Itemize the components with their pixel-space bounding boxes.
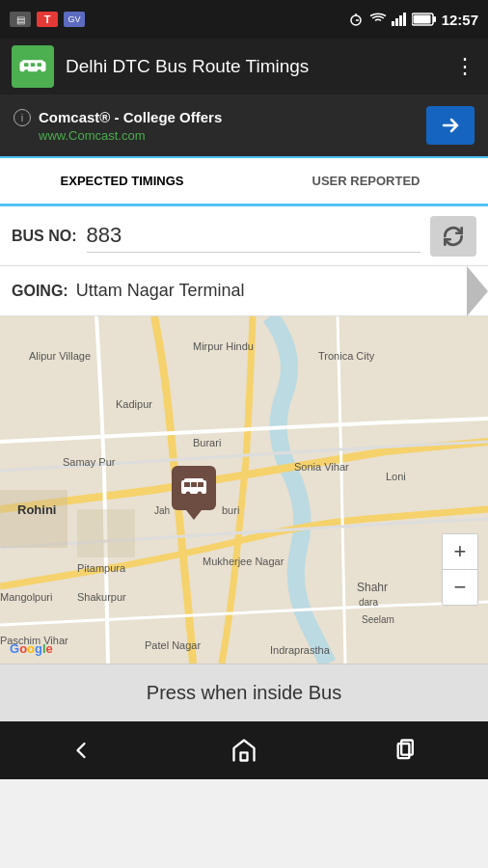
svg-text:Alipur Village: Alipur Village (29, 350, 91, 362)
svg-rect-50 (397, 744, 409, 758)
ad-url: www.Comcast.com (39, 128, 222, 143)
zoom-out-button[interactable]: − (443, 570, 477, 605)
svg-text:Tronica City: Tronica City (318, 350, 375, 362)
svg-text:Pitampura: Pitampura (77, 562, 126, 574)
signal-icon (392, 13, 407, 26)
svg-rect-47 (191, 482, 197, 487)
tabs: EXPECTED TIMINGS USER REPORTED (0, 158, 488, 206)
map-area[interactable]: Alipur Village Mirpur Hindu Tronica City… (0, 316, 488, 664)
svg-rect-51 (401, 741, 413, 755)
map-svg: Alipur Village Mirpur Hindu Tronica City… (0, 316, 488, 664)
svg-rect-6 (403, 13, 406, 26)
app-title: Delhi DTC Bus Route Timings (66, 56, 443, 77)
zoom-in-button[interactable]: + (443, 534, 477, 569)
overflow-menu-icon[interactable]: ⋮ (454, 54, 476, 79)
svg-text:Mirpur Hindu: Mirpur Hindu (193, 340, 254, 352)
svg-text:Samay Pur: Samay Pur (63, 456, 116, 468)
tab-user-reported[interactable]: USER REPORTED (244, 158, 488, 206)
sim-icon: ▤ (10, 12, 31, 27)
svg-rect-8 (433, 16, 436, 22)
svg-rect-9 (413, 15, 430, 24)
gv-icon: GV (64, 12, 85, 27)
svg-rect-3 (392, 21, 394, 26)
status-bar-left: ▤ T GV (10, 12, 85, 27)
svg-text:Mukherjee Nagar: Mukherjee Nagar (203, 556, 285, 567)
bus-no-label: BUS NO: (12, 228, 77, 245)
going-label: GOING: (12, 283, 68, 300)
svg-text:Burari: Burari (193, 437, 221, 448)
svg-point-12 (24, 69, 29, 74)
svg-rect-4 (395, 18, 398, 26)
svg-rect-16 (38, 63, 42, 67)
recents-button[interactable] (378, 731, 436, 770)
alarm-icon (347, 13, 365, 26)
ad-text-block: Comcast® - College Offers www.Comcast.co… (39, 109, 222, 143)
svg-text:Patel Nagar: Patel Nagar (145, 639, 201, 651)
press-when-inside-bus-button[interactable]: Press when inside Bus (0, 664, 488, 721)
back-button[interactable] (52, 731, 110, 770)
ad-banner: i Comcast® - College Offers www.Comcast.… (0, 95, 488, 158)
status-bar-right: 12:57 (347, 12, 478, 28)
svg-text:Indraprastha: Indraprastha (270, 644, 331, 656)
time-display: 12:57 (442, 12, 478, 28)
svg-text:Shahr: Shahr (357, 581, 388, 594)
svg-text:Rohini: Rohini (17, 502, 56, 517)
map-zoom-controls: + − (442, 533, 478, 606)
svg-point-44 (186, 492, 191, 497)
svg-text:dara: dara (359, 597, 378, 608)
ad-title: Comcast® - College Offers (39, 109, 222, 125)
svg-rect-19 (77, 509, 135, 557)
going-arrow-icon (467, 266, 488, 316)
bus-location-marker (172, 466, 216, 510)
google-logo: Google (10, 641, 53, 656)
svg-text:Kadipur: Kadipur (116, 398, 152, 410)
wifi-icon (369, 13, 387, 26)
svg-point-45 (198, 492, 203, 497)
app-logo (12, 45, 54, 88)
svg-text:Loni: Loni (386, 471, 406, 482)
app-bar: Delhi DTC Bus Route Timings ⋮ (0, 39, 488, 95)
svg-rect-46 (184, 482, 190, 487)
svg-rect-49 (240, 752, 247, 760)
svg-text:Jah: Jah (154, 505, 170, 516)
battery-icon (412, 13, 437, 26)
svg-text:Seelam: Seelam (362, 614, 394, 625)
svg-text:Shakurpur: Shakurpur (77, 591, 126, 603)
svg-rect-11 (22, 60, 44, 63)
svg-rect-48 (198, 482, 203, 487)
nav-bar (0, 721, 488, 779)
svg-text:Sonia Vihar: Sonia Vihar (294, 461, 349, 473)
tab-expected-timings[interactable]: EXPECTED TIMINGS (0, 158, 244, 206)
t-icon: T (37, 12, 58, 27)
svg-rect-18 (0, 490, 68, 548)
status-bar: ▤ T GV 12:57 (0, 0, 488, 39)
svg-point-13 (38, 69, 42, 74)
bus-number-row: BUS NO: (0, 206, 488, 266)
svg-rect-15 (31, 63, 36, 67)
ad-info-icon: i (14, 109, 31, 126)
svg-text:buri: buri (222, 504, 239, 516)
ad-cta-button[interactable] (426, 106, 474, 145)
svg-text:Mangolpuri: Mangolpuri (0, 591, 52, 603)
bus-no-input[interactable] (87, 219, 420, 253)
svg-rect-5 (399, 15, 402, 26)
going-row: GOING: Uttam Nagar Terminal (0, 266, 488, 316)
going-value: Uttam Nagar Terminal (76, 281, 245, 301)
home-button[interactable] (215, 731, 273, 770)
refresh-button[interactable] (430, 216, 476, 257)
svg-rect-14 (24, 63, 29, 67)
